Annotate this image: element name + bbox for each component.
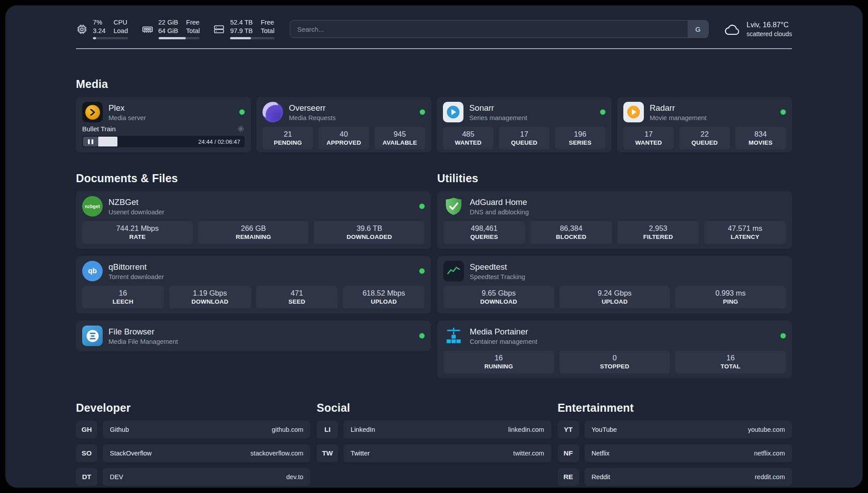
app-subtitle: Usenet downloader	[108, 209, 164, 216]
bookmark-youtube[interactable]: YT YouTube youtube.com	[558, 421, 792, 439]
weather-widget: Lviv, 16.87°C scattered clouds	[724, 21, 792, 38]
bookmark-url: stackoverflow.com	[250, 450, 303, 457]
stat-value: 22	[681, 130, 728, 138]
stat-value: 834	[737, 130, 784, 138]
filebrowser-icon	[82, 326, 103, 346]
bookmark-twitter[interactable]: TW Twitter twitter.com	[317, 444, 551, 462]
stat-value: 9.65 Gbps	[445, 289, 552, 297]
nzbget-icon-text: nzbget	[85, 204, 100, 209]
stat-running: 16 RUNNING	[443, 351, 554, 373]
app-card-qbittorrent[interactable]: qb qBittorrent Torrent downloader 16 LEE…	[76, 256, 431, 313]
app-card-overseerr[interactable]: Overseerr Media Requests 21 PENDING 40 A…	[256, 97, 431, 152]
memory-total-value: 64 GiB	[159, 27, 178, 34]
bookmark-link[interactable]: Reddit reddit.com	[584, 468, 792, 486]
app-card-radarr[interactable]: Radarr Movie management 17 WANTED 22 QUE…	[617, 97, 792, 152]
section-title-utilities: Utilities	[437, 172, 792, 185]
playback-progress-bar[interactable]	[98, 137, 195, 146]
radarr-icon	[623, 102, 644, 122]
app-card-plex[interactable]: Plex Media server Bullet Train	[76, 97, 251, 152]
cloud-icon	[724, 22, 741, 36]
stat-label: FILTERED	[619, 234, 697, 240]
stat-value: 21	[264, 130, 311, 138]
bookmark-link[interactable]: DEV dev.to	[103, 468, 310, 486]
status-online-dot	[600, 109, 605, 115]
stat-label: DOWNLOAD	[445, 298, 552, 305]
memory-label-bottom: Total	[186, 27, 200, 34]
stat-label: QUEUED	[681, 139, 728, 146]
bookmark-link[interactable]: StackOverflow stackoverflow.com	[103, 444, 310, 462]
section-social: Social LI LinkedIn linkedin.com TW Twitt…	[317, 401, 551, 468]
app-subtitle: Container management	[470, 338, 538, 345]
bookmark-abbr-tile[interactable]: TW	[317, 444, 338, 462]
bookmark-netflix[interactable]: NF Netflix netflix.com	[558, 444, 792, 462]
search-input[interactable]	[290, 21, 688, 38]
stat-label: PING	[677, 298, 784, 305]
bookmark-link[interactable]: LinkedIn linkedin.com	[343, 421, 551, 439]
app-subtitle: Media Requests	[289, 114, 336, 121]
pause-button[interactable]	[83, 137, 98, 146]
storage-label-top: Free	[261, 19, 275, 26]
bookmark-reddit[interactable]: RE Reddit reddit.com	[558, 468, 792, 486]
bookmark-abbr-tile[interactable]: YT	[558, 421, 579, 439]
stat-approved: 40 APPROVED	[318, 127, 369, 150]
stat-label: MOVIES	[737, 139, 784, 146]
app-card-filebrowser[interactable]: File Browser Media File Management	[76, 321, 431, 351]
stat-label: APPROVED	[320, 139, 367, 146]
stats-row: 485 WANTED 17 QUEUED 196 SERIES	[443, 127, 605, 150]
stat-seed: 471 SEED	[256, 286, 338, 309]
bookmark-abbr-tile[interactable]: GH	[76, 421, 97, 439]
app-header: nzbget NZBGet Usenet downloader	[82, 196, 425, 217]
bookmark-github[interactable]: GH Github github.com	[76, 421, 310, 439]
memory-widget: 22 GiB 64 GiB Free Total	[142, 19, 200, 39]
stat-queued: 22 QUEUED	[679, 127, 730, 150]
section-media: Media Plex Media server	[76, 78, 792, 152]
bookmark-abbr-tile[interactable]: NF	[558, 444, 579, 462]
stat-label: STOPPED	[561, 363, 668, 370]
app-header: AdGuard Home DNS and adblocking	[443, 196, 786, 217]
bookmark-abbr-tile[interactable]: RE	[558, 468, 579, 486]
app-header: Media Portainer Container management	[443, 326, 786, 346]
bookmark-url: netflix.com	[754, 450, 785, 457]
section-utilities: Utilities	[437, 172, 792, 378]
stats-row: 17 WANTED 22 QUEUED 834 MOVIES	[623, 127, 786, 150]
bookmark-linkedin[interactable]: LI LinkedIn linkedin.com	[317, 421, 551, 439]
app-card-nzbget[interactable]: nzbget NZBGet Usenet downloader 744.21 M…	[76, 191, 431, 249]
playback-strip: 24:44 / 02:06:47	[82, 136, 245, 147]
bookmark-abbr-tile[interactable]: SO	[76, 444, 97, 462]
stat-queries: 498,461 QUERIES	[443, 221, 525, 244]
overseerr-icon	[263, 102, 283, 122]
bookmark-name: Github	[110, 426, 129, 433]
section-entertainment: Entertainment YT YouTube youtube.com NF …	[558, 401, 792, 488]
section-title-entertainment: Entertainment	[558, 401, 792, 414]
stat-downloaded: 39.6 TB DOWNLOADED	[314, 221, 425, 244]
stat-value: 16	[84, 289, 162, 297]
search-engine-button[interactable]: G	[688, 21, 708, 38]
bookmark-link[interactable]: YouTube youtube.com	[584, 421, 792, 439]
app-card-adguard[interactable]: AdGuard Home DNS and adblocking 498,461 …	[437, 191, 792, 249]
storage-label-bottom: Total	[261, 27, 275, 34]
app-card-portainer[interactable]: Media Portainer Container management 16 …	[437, 321, 792, 378]
bookmark-dev[interactable]: DT DEV dev.to	[76, 468, 310, 486]
app-name: qBittorrent	[108, 262, 164, 272]
app-header: Speedtest Speedtest Tracking	[443, 261, 786, 281]
app-card-speedtest[interactable]: Speedtest Speedtest Tracking 9.65 Gbps D…	[437, 256, 792, 313]
stat-download: 1.19 Gbps DOWNLOAD	[169, 286, 251, 309]
app-header: qb qBittorrent Torrent downloader	[82, 261, 425, 281]
portainer-icon	[443, 326, 464, 346]
stat-pending: 21 PENDING	[263, 127, 313, 150]
stat-label: QUERIES	[445, 234, 523, 240]
bookmark-name: Reddit	[592, 473, 610, 480]
stat-label: BLOCKED	[532, 234, 610, 240]
bookmark-abbr-tile[interactable]: LI	[317, 421, 338, 439]
app-name: Speedtest	[470, 262, 525, 272]
bookmark-link[interactable]: Twitter twitter.com	[343, 444, 551, 462]
bookmark-link[interactable]: Github github.com	[103, 421, 310, 439]
stat-value: 17	[625, 130, 672, 138]
bookmark-link[interactable]: Netflix netflix.com	[584, 444, 792, 462]
app-card-sonarr[interactable]: Sonarr Series management 485 WANTED 17 Q…	[437, 97, 612, 152]
bookmark-url: linkedin.com	[508, 426, 544, 433]
settings-gear-icon[interactable]	[237, 125, 245, 133]
stat-value: 618.52 Mbps	[345, 289, 423, 297]
bookmark-abbr-tile[interactable]: DT	[76, 468, 97, 486]
bookmark-stackoverflow[interactable]: SO StackOverflow stackoverflow.com	[76, 444, 310, 462]
